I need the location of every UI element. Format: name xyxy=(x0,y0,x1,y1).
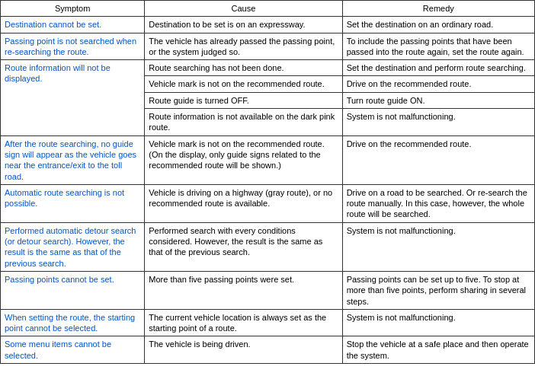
table-row: Passing points cannot be set.More than f… xyxy=(1,271,535,309)
cause-cell: Route information is not available on th… xyxy=(145,109,342,136)
cause-cell: Vehicle is driving on a highway (gray ro… xyxy=(145,184,342,222)
symptom-header: Symptom xyxy=(1,1,145,17)
cause-cell: Vehicle mark is not on the recommended r… xyxy=(145,135,342,184)
symptom-cell: Automatic route searching is not possibl… xyxy=(1,184,145,222)
cause-cell: Destination to be set is on an expresswa… xyxy=(145,17,342,33)
cause-cell: Route searching has not been done. xyxy=(145,60,342,76)
remedy-cell: System is not malfunctioning. xyxy=(342,222,534,271)
remedy-cell: Drive on the recommended route. xyxy=(342,76,534,92)
remedy-cell: Drive on a road to be searched. Or re-se… xyxy=(342,184,534,222)
table-row: Automatic route searching is not possibl… xyxy=(1,184,535,222)
remedy-header: Remedy xyxy=(342,1,534,17)
remedy-cell: Stop the vehicle at a safe place and the… xyxy=(342,336,534,364)
remedy-cell: Set the destination and perform route se… xyxy=(342,60,534,76)
cause-cell: More than five passing points were set. xyxy=(145,271,342,309)
cause-header: Cause xyxy=(145,1,342,17)
symptom-cell: When setting the route, the starting poi… xyxy=(1,309,145,336)
table-row: When setting the route, the starting poi… xyxy=(1,309,535,336)
cause-cell: The vehicle has already passed the passi… xyxy=(145,33,342,60)
table-row: Some menu items cannot be selected.The v… xyxy=(1,336,535,364)
remedy-cell: Passing points can be set up to five. To… xyxy=(342,271,534,309)
cause-cell: Performed search with every conditions c… xyxy=(145,222,342,271)
table-row: Destination cannot be set.Destination to… xyxy=(1,17,535,33)
troubleshooting-table: Symptom Cause Remedy Destination cannot … xyxy=(0,0,535,364)
remedy-cell: Set the destination on an ordinary road. xyxy=(342,17,534,33)
symptom-cell: After the route searching, no guide sign… xyxy=(1,135,145,184)
remedy-cell: System is not malfunctioning. xyxy=(342,109,534,136)
table-row: Route information will not be displayed.… xyxy=(1,60,535,76)
cause-cell: Vehicle mark is not on the recommended r… xyxy=(145,76,342,92)
cause-cell: Route guide is turned OFF. xyxy=(145,92,342,108)
cause-cell: The vehicle is being driven. xyxy=(145,336,342,364)
symptom-cell: Destination cannot be set. xyxy=(1,17,145,33)
table-row: Performed automatic detour search (or de… xyxy=(1,222,535,271)
remedy-cell: Turn route guide ON. xyxy=(342,92,534,108)
table-row: Passing point is not searched when re-se… xyxy=(1,33,535,60)
symptom-cell: Passing point is not searched when re-se… xyxy=(1,33,145,60)
remedy-cell: System is not malfunctioning. xyxy=(342,309,534,336)
remedy-cell: To include the passing points that have … xyxy=(342,33,534,60)
cause-cell: The current vehicle location is always s… xyxy=(145,309,342,336)
remedy-cell: Drive on the recommended route. xyxy=(342,135,534,184)
symptom-cell: Route information will not be displayed. xyxy=(1,60,145,135)
symptom-cell: Performed automatic detour search (or de… xyxy=(1,222,145,271)
symptom-cell: Passing points cannot be set. xyxy=(1,271,145,309)
table-row: After the route searching, no guide sign… xyxy=(1,135,535,184)
symptom-cell: Some menu items cannot be selected. xyxy=(1,336,145,364)
